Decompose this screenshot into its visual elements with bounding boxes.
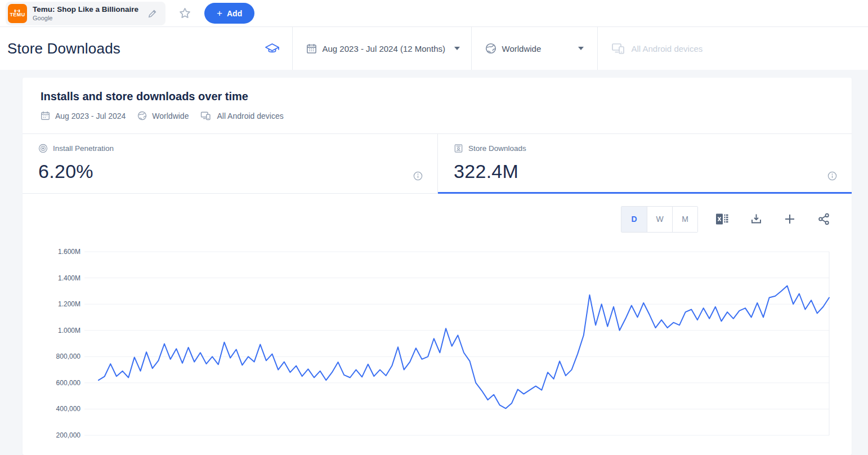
share-icon[interactable]: [816, 212, 831, 226]
granularity-daily-button[interactable]: D: [621, 207, 647, 232]
date-range-value: Aug 2023 - Jul 2024 (12 Months): [323, 44, 445, 53]
temu-icon-label: TEMU: [10, 12, 25, 17]
selected-metric-indicator: [438, 192, 852, 194]
y-tick-label: 1.200M: [58, 300, 80, 308]
metric-label-row: Store Downloads: [454, 144, 836, 153]
region-selector[interactable]: Worldwide: [471, 27, 597, 70]
add-button-label: Add: [227, 9, 242, 18]
card-meta: Aug 2023 - Jul 2024 Worldwide: [41, 110, 834, 121]
app-selector-chip[interactable]: ▮▪▮ TEMU Temu: Shop Like a Billionaire G…: [6, 2, 165, 25]
temu-app-icon: ▮▪▮ TEMU: [8, 4, 27, 23]
calendar-icon: [41, 111, 50, 121]
granularity-monthly-button[interactable]: M: [672, 207, 697, 232]
download-chart-icon[interactable]: [749, 212, 763, 226]
calendar-icon: [306, 43, 317, 54]
add-chart-icon[interactable]: [782, 212, 797, 226]
page-header: Store Downloads Aug 2023 - Jul 2024 (12 …: [0, 27, 868, 70]
metric-store-downloads[interactable]: Store Downloads 322.4M: [438, 134, 852, 194]
meta-devices: All Android devices: [200, 110, 283, 121]
metric-tabs: Install Penetration 6.20%: [23, 133, 852, 194]
app-store-label: Google: [33, 15, 138, 21]
globe-icon: [137, 111, 147, 121]
installs-downloads-card: Installs and store downloads over time A…: [23, 78, 852, 455]
edit-pencil-icon[interactable]: [147, 8, 158, 19]
plus-icon: +: [217, 8, 222, 19]
metric-label-row: Install Penetration: [38, 144, 422, 153]
date-range-selector[interactable]: Aug 2023 - Jul 2024 (12 Months): [292, 27, 471, 70]
meta-devices-value: All Android devices: [217, 111, 283, 121]
devices-icon: [200, 110, 212, 121]
y-tick-label: 800,000: [56, 353, 81, 360]
y-tick-label: 400,000: [56, 405, 81, 413]
meta-region-value: Worldwide: [152, 111, 189, 121]
meta-date-range-value: Aug 2023 - Jul 2024: [55, 111, 126, 121]
y-tick-label: 600,000: [56, 379, 81, 387]
chart-controls: D W M: [23, 206, 852, 232]
add-app-button[interactable]: + Add: [204, 3, 254, 24]
info-icon[interactable]: [827, 171, 837, 181]
card-header: Installs and store downloads over time A…: [23, 78, 852, 133]
card-title: Installs and store downloads over time: [41, 90, 834, 103]
devices-selector[interactable]: All Android devices: [597, 27, 868, 70]
install-penetration-value: 6.20%: [38, 160, 422, 182]
chevron-down-icon: [454, 47, 460, 50]
granularity-toggle: D W M: [621, 206, 698, 233]
metric-label: Install Penetration: [53, 144, 114, 153]
globe-icon: [485, 43, 496, 54]
store-downloads-icon: [454, 144, 463, 153]
excel-export-icon[interactable]: [715, 212, 730, 226]
app-texts: Temu: Shop Like a Billionaire Google: [33, 5, 138, 21]
devices-value: All Android devices: [632, 44, 703, 53]
page-title: Store Downloads: [0, 27, 265, 70]
app-bar: ▮▪▮ TEMU Temu: Shop Like a Billionaire G…: [0, 0, 868, 27]
meta-date-range: Aug 2023 - Jul 2024: [41, 111, 126, 121]
y-tick-label: 1.600M: [58, 248, 80, 256]
region-value: Worldwide: [502, 44, 542, 53]
metric-install-penetration[interactable]: Install Penetration 6.20%: [23, 134, 438, 194]
store-downloads-value: 322.4M: [454, 160, 836, 182]
target-icon: [38, 144, 48, 153]
app-title: Temu: Shop Like a Billionaire: [33, 5, 138, 14]
metric-label: Store Downloads: [468, 144, 526, 153]
academy-cap-icon[interactable]: [265, 27, 280, 70]
devices-icon: [611, 42, 626, 55]
granularity-weekly-button[interactable]: W: [647, 207, 672, 232]
star-icon[interactable]: [178, 6, 192, 20]
info-icon[interactable]: [413, 171, 423, 181]
chevron-down-icon: [578, 47, 584, 50]
store-downloads-page: ▮▪▮ TEMU Temu: Shop Like a Billionaire G…: [0, 0, 868, 455]
y-tick-label: 1.400M: [58, 274, 80, 282]
y-tick-label: 1.000M: [58, 327, 80, 334]
downloads-line-chart: 1.600M1.400M1.200M1.000M800,000600,00040…: [23, 235, 852, 455]
y-tick-label: 200,000: [56, 431, 81, 439]
meta-region: Worldwide: [137, 111, 189, 121]
downloads-chart: 1.600M1.400M1.200M1.000M800,000600,00040…: [23, 235, 852, 455]
